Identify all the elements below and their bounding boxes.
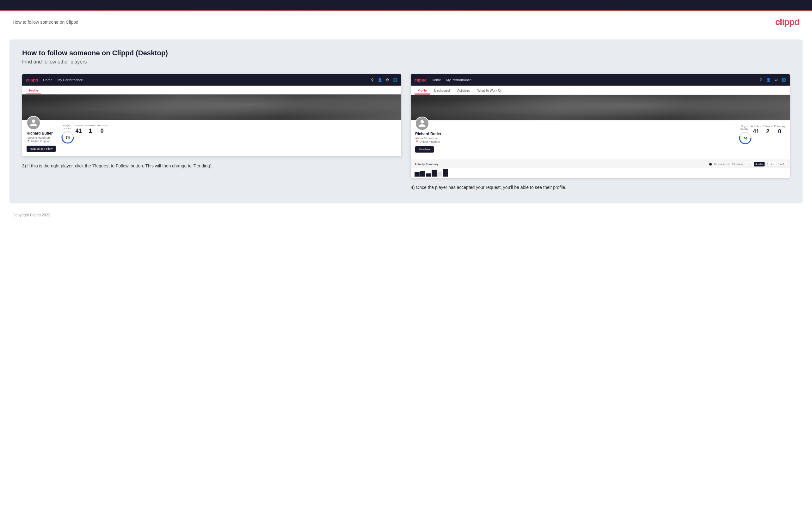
ss-hero-2 [411,95,790,120]
screenshot-block-2: clippd Home My Performance ⚲ 👤 ⚙ 🌐 Profi… [411,74,790,191]
ss-hero-overlay-2 [411,95,790,120]
bar-5 [437,172,442,177]
ss-nav-home-2[interactable]: Home [432,78,441,82]
footer-copyright: Copyright Clippd 2022 [13,213,50,217]
description-2: 4) Once the player has accepted your req… [411,184,790,191]
quality-circle-svg-1: 74 [61,130,74,145]
ss-followers-value-1: 1 [85,128,96,134]
request-to-follow-button[interactable]: Request to Follow [27,146,56,152]
bar-4 [432,170,437,177]
ss-following-value-1: 0 [96,128,108,134]
ss-stat-following-2: Following 0 [774,125,785,143]
location-icon-1: 📍 [27,139,30,143]
ss-activities-label-1: Activities [73,124,85,127]
unfollow-button[interactable]: Unfollow [415,146,434,153]
tab-whattoworkon-2[interactable]: What To Work On [474,88,506,94]
svg-text:74: 74 [743,136,748,140]
ss-stat-followers-2: Followers 2 [762,125,774,143]
ss-legend: On course Off course [709,163,744,166]
legend-off-course-label: Off course [732,163,744,166]
search-icon-2[interactable]: ⚲ [758,77,763,82]
quality-circle-svg-2: 74 [738,131,752,145]
ss-nav-myperformance-2[interactable]: My Performance [446,78,472,82]
tab-dashboard-2[interactable]: Dashboard [431,88,453,94]
period-1yr[interactable]: 1 yr [746,162,753,166]
ss-tabbar-2: Profile Dashboard Activities What To Wor… [411,86,790,95]
bar-1 [414,172,420,177]
legend-off-course-dot [727,163,730,166]
ss-logo-1: clippd [26,78,38,82]
period-6mths[interactable]: 6 mths [754,162,765,166]
ss-quality-label-1: Player Quality [61,124,73,130]
ss-nav-icons-2: ⚲ 👤 ⚙ 🌐 [758,77,786,82]
user-icon-2[interactable]: 👤 [766,77,771,82]
ss-nav-home-1[interactable]: Home [43,78,52,82]
main-content: How to follow someone on Clippd (Desktop… [9,40,803,204]
period-3mths[interactable]: 3 mths [765,162,776,166]
ss-navbar-2: clippd Home My Performance ⚲ 👤 ⚙ 🌐 [411,74,790,86]
ss-avatar-2 [415,117,429,130]
avatar-icon-1 [30,119,38,127]
settings-icon-1[interactable]: ⚙ [385,77,390,82]
ss-following-label-2: Following [774,125,785,128]
ss-profile-area-2: Richard Butler Above 5 Handicap 📍 United… [411,120,790,160]
legend-on-course-dot [709,163,712,166]
ss-stat-following-1: Following 0 [96,124,108,143]
ss-avatar-1 [27,116,41,130]
ss-followers-label-1: Followers [85,124,96,127]
ss-navbar-1: clippd Home My Performance ⚲ 👤 ⚙ 🌐 [22,74,401,86]
tab-profile-2[interactable]: Profile [414,88,430,94]
ss-followers-value-2: 2 [762,128,774,135]
profile-info-col-2: Richard Butler Above 5 Handicap 📍 United… [415,123,733,155]
bar-3 [426,173,431,177]
ss-stat-followers-1: Followers 1 [85,124,96,143]
settings-icon-2[interactable]: ⚙ [773,77,778,82]
ss-hero-overlay-1 [22,95,401,120]
period-1mth[interactable]: 1 mth [776,162,786,166]
ss-stats-row-2: Player Quality 74 Ac [738,125,785,143]
page-subheading: Find and follow other players [22,59,790,65]
ss-stat-quality-1: Player Quality 74 [61,124,73,143]
screenshot-block-1: clippd Home My Performance ⚲ 👤 ⚙ 🌐 Profi… [22,74,401,191]
bar-6 [443,169,448,177]
ss-stats-row-1: Player Quality 74 Ac [61,124,108,143]
screenshot-frame-1: clippd Home My Performance ⚲ 👤 ⚙ 🌐 Profi… [22,74,401,156]
page-heading: How to follow someone on Clippd (Desktop… [22,49,790,57]
ss-hero-1 [22,95,401,120]
ss-following-label-1: Following [96,124,108,127]
ss-activity-bar: Activity Summary On course Off course 1 … [411,160,790,168]
ss-chart-preview [411,168,790,178]
ss-location-2: 📍 United Kingdom [415,140,733,144]
ss-tabbar-1: Profile [22,86,401,95]
tab-activities-2[interactable]: Activities [454,88,473,94]
tab-profile-1[interactable]: Profile [26,88,41,94]
globe-icon-2[interactable]: 🌐 [781,77,786,82]
ss-handicap-1: Above 5 Handicap [27,136,56,139]
ss-name-2: Richard Butler [415,132,733,136]
ss-stat-quality-2: Player Quality 74 [738,125,750,143]
ss-activity-right: On course Off course 1 yr 6 mths 3 mths … [709,162,786,166]
user-icon-1[interactable]: 👤 [377,77,382,82]
ss-quality-label-2: Player Quality [738,125,750,130]
ss-following-value-2: 0 [774,128,785,135]
legend-on-course-label: On course [714,163,725,166]
ss-activities-label-2: Activities [750,125,762,128]
ss-followers-label-2: Followers [762,125,774,128]
ss-logo-2: clippd [414,78,426,82]
top-bar [0,0,812,10]
logo: clippd [775,17,799,27]
avatar-icon-2 [418,119,426,128]
screenshots-row: clippd Home My Performance ⚲ 👤 ⚙ 🌐 Profi… [22,74,790,191]
ss-period-buttons: 1 yr 6 mths 3 mths 1 mth [746,162,786,166]
ss-handicap-2: Above 5 Handicap [415,137,733,140]
ss-location-1: 📍 United Kingdom [27,139,56,143]
ss-name-1: Richard Butler [27,131,56,135]
search-icon-1[interactable]: ⚲ [370,77,375,82]
header-title: How to follow someone on Clippd [13,19,79,24]
ss-profile-area-1: Richard Butler Above 5 Handicap 📍 United… [22,120,401,156]
screenshot-frame-2: clippd Home My Performance ⚲ 👤 ⚙ 🌐 Profi… [411,74,790,178]
footer: Copyright Clippd 2022 [0,210,812,224]
location-icon-2: 📍 [415,140,419,144]
globe-icon-1[interactable]: 🌐 [392,77,398,82]
ss-nav-myperformance-1[interactable]: My Performance [58,78,83,82]
